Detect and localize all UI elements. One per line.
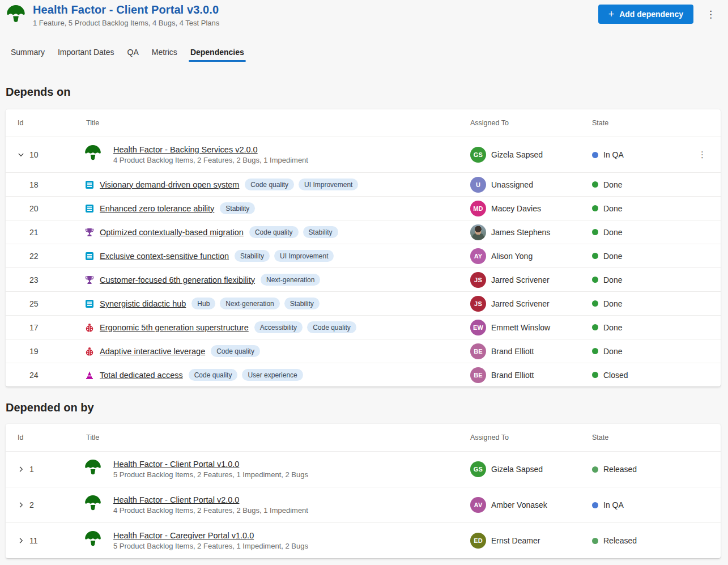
avatar: ED bbox=[470, 533, 486, 549]
feature-icon bbox=[85, 275, 94, 284]
state-cell: Done bbox=[586, 180, 721, 189]
state-dot bbox=[592, 348, 598, 354]
state-label: In QA bbox=[603, 150, 624, 159]
chevron-right-icon[interactable] bbox=[17, 465, 25, 473]
pbi-icon bbox=[85, 180, 94, 189]
work-item-link[interactable]: Customer-focused 6th generation flexibil… bbox=[100, 275, 255, 284]
id-cell: 10 bbox=[6, 150, 84, 159]
row-id: 1 bbox=[29, 465, 34, 474]
column-header-title: Title bbox=[84, 434, 470, 441]
title-cell: Synergistic didactic hubHubNext-generati… bbox=[84, 298, 470, 309]
page-subtitle: 1 Feature, 5 Product Backlog Items, 4 Bu… bbox=[33, 19, 219, 27]
assigned-cell: GSGizela Sapsed bbox=[470, 461, 586, 477]
state-dot bbox=[592, 253, 598, 259]
state-dot bbox=[592, 324, 598, 330]
column-header-id: Id bbox=[6, 119, 84, 127]
work-item-link[interactable]: Ergonomic 5th generation superstructure bbox=[100, 323, 249, 332]
more-options-icon[interactable]: ⋮ bbox=[703, 7, 719, 22]
chevron-down-icon[interactable] bbox=[17, 151, 25, 159]
row-id: 25 bbox=[29, 299, 39, 308]
chevron-right-icon[interactable] bbox=[17, 501, 25, 509]
work-item-link[interactable]: Health Factor - Client Portal v2.0.0 bbox=[113, 495, 308, 504]
tag-pill: Next-generation bbox=[261, 274, 320, 286]
tag-pill: Stability bbox=[284, 298, 320, 309]
impediment-icon bbox=[85, 371, 94, 380]
deliverable-icon bbox=[84, 530, 102, 551]
work-item-link[interactable]: Health Factor - Client Portal v1.0.0 bbox=[113, 460, 308, 469]
assignee-name: Amber Vonasek bbox=[491, 500, 547, 509]
chevron-right-icon[interactable] bbox=[17, 537, 25, 545]
avatar: AV bbox=[470, 497, 486, 513]
work-item-link[interactable]: Optimized contextually-based migration bbox=[100, 228, 244, 237]
column-header-state: State bbox=[586, 119, 721, 127]
tag-pill: Next-generation bbox=[220, 298, 279, 309]
section-heading: Depends on bbox=[6, 86, 728, 99]
assigned-cell: GSGizela Sapsed bbox=[470, 147, 586, 163]
row-more-options-icon[interactable]: ⋮ bbox=[695, 148, 709, 161]
row-id: 24 bbox=[29, 371, 39, 380]
table-row: 24Total dedicated accessCode qualityUser… bbox=[6, 363, 721, 386]
avatar: JS bbox=[470, 296, 486, 312]
tag-pill: Code quality bbox=[245, 179, 294, 190]
state-cell: Released bbox=[586, 465, 721, 474]
state-dot bbox=[592, 229, 598, 235]
assigned-cell: EWEmmett Winslow bbox=[470, 320, 586, 335]
work-item-link[interactable]: Synergistic didactic hub bbox=[100, 299, 186, 308]
avatar: MD bbox=[470, 201, 486, 216]
tab-dependencies[interactable]: Dependencies bbox=[190, 45, 245, 62]
avatar: AY bbox=[470, 248, 486, 264]
work-item-link[interactable]: Adaptive interactive leverage bbox=[100, 347, 205, 356]
id-cell: 20 bbox=[6, 204, 84, 213]
row-id: 22 bbox=[29, 252, 39, 261]
assigned-cell: AYAlison Yong bbox=[470, 248, 586, 264]
deliverable-icon bbox=[84, 145, 102, 165]
title-cell: Health Factor - Client Portal v2.0.04 Pr… bbox=[84, 495, 470, 516]
deliverable-icon bbox=[6, 5, 26, 28]
add-dependency-button[interactable]: + Add dependency bbox=[598, 5, 693, 24]
work-item-link[interactable]: Health Factor - Backing Services v2.0.0 bbox=[113, 145, 308, 154]
assignee-name: Brand Elliott bbox=[491, 371, 534, 380]
tab-metrics[interactable]: Metrics bbox=[151, 45, 178, 62]
tab-important-dates[interactable]: Important Dates bbox=[57, 45, 115, 62]
table-row: 23Customer-focused 6th generation flexib… bbox=[6, 267, 721, 291]
id-cell: 23 bbox=[6, 275, 84, 284]
title-cell: Visionary demand-driven open systemCode … bbox=[84, 179, 470, 190]
tag-list: StabilityUI Improvement bbox=[235, 250, 334, 262]
assignee-name: Alison Yong bbox=[491, 252, 533, 261]
tag-list: Stability bbox=[220, 202, 255, 214]
title-cell: Enhanced zero tolerance abilityStability bbox=[84, 202, 470, 214]
title-cell: Adaptive interactive leverageCode qualit… bbox=[84, 345, 470, 357]
tag-list: Code quality bbox=[211, 345, 260, 357]
tag-pill: UI Improvement bbox=[299, 179, 358, 190]
tag-pill: Stability bbox=[303, 226, 338, 238]
work-item-link[interactable]: Enhanced zero tolerance ability bbox=[100, 204, 214, 213]
assigned-cell: EDErnst Deamer bbox=[470, 533, 586, 549]
work-item-link[interactable]: Total dedicated access bbox=[100, 371, 183, 380]
state-cell: Done bbox=[586, 299, 721, 308]
tag-pill: Code quality bbox=[249, 226, 299, 238]
assignee-name: Gizela Sapsed bbox=[491, 465, 543, 474]
work-item-link[interactable]: Health Factor - Caregiver Portal v1.0.0 bbox=[113, 531, 308, 540]
state-label: Done bbox=[603, 347, 622, 356]
state-dot bbox=[592, 181, 598, 188]
title-cell: Health Factor - Client Portal v1.0.05 Pr… bbox=[84, 459, 470, 480]
state-dot bbox=[592, 466, 598, 473]
state-cell: Done bbox=[586, 323, 721, 332]
tab-qa[interactable]: QA bbox=[127, 45, 139, 62]
assignee-name: Jarred Scrivener bbox=[491, 299, 550, 308]
table-row: 20Enhanced zero tolerance abilityStabili… bbox=[6, 196, 721, 220]
state-label: Done bbox=[603, 228, 622, 237]
title-cell: Customer-focused 6th generation flexibil… bbox=[84, 274, 470, 286]
avatar: JS bbox=[470, 272, 486, 288]
column-header-assigned: Assigned To bbox=[470, 119, 586, 127]
page-header: Health Factor - Client Portal v3.0.0 1 F… bbox=[0, 0, 728, 28]
tab-bar: SummaryImportant DatesQAMetricsDependenc… bbox=[0, 28, 728, 62]
state-cell: Done bbox=[586, 347, 721, 356]
tag-pill: Code quality bbox=[307, 321, 356, 333]
work-item-link[interactable]: Exclusive context-sensitive function bbox=[100, 252, 229, 261]
tag-list: Code qualityUI Improvement bbox=[245, 179, 358, 190]
assigned-cell: MDMacey Davies bbox=[470, 201, 586, 216]
assigned-cell: BEBrand Elliott bbox=[470, 343, 586, 359]
tab-summary[interactable]: Summary bbox=[10, 45, 45, 62]
work-item-link[interactable]: Visionary demand-driven open system bbox=[100, 180, 239, 189]
